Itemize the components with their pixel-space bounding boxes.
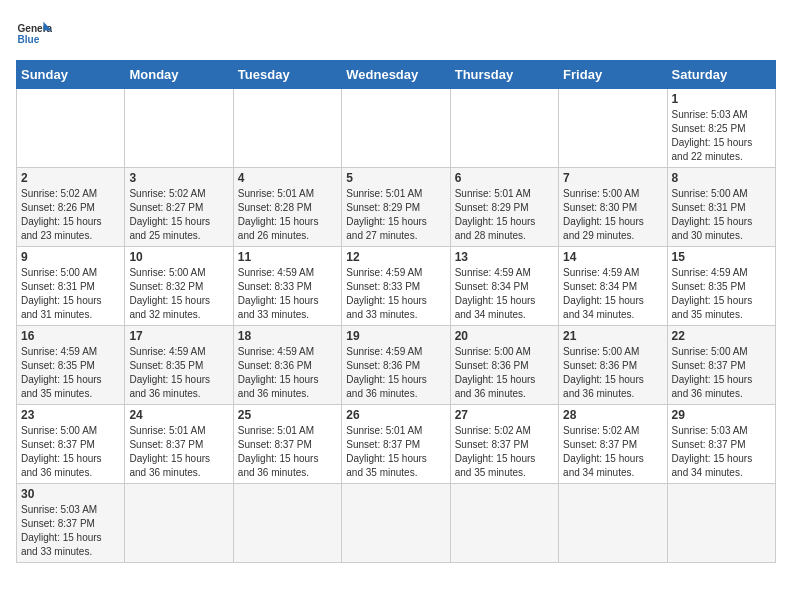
calendar-header-monday: Monday [125, 61, 233, 89]
calendar-cell: 26Sunrise: 5:01 AM Sunset: 8:37 PM Dayli… [342, 405, 450, 484]
calendar-header-sunday: Sunday [17, 61, 125, 89]
day-info: Sunrise: 5:00 AM Sunset: 8:32 PM Dayligh… [129, 266, 228, 322]
day-number: 12 [346, 250, 445, 264]
day-number: 9 [21, 250, 120, 264]
calendar-cell: 17Sunrise: 4:59 AM Sunset: 8:35 PM Dayli… [125, 326, 233, 405]
calendar-header-saturday: Saturday [667, 61, 775, 89]
calendar-header-wednesday: Wednesday [342, 61, 450, 89]
calendar-cell [17, 89, 125, 168]
day-info: Sunrise: 5:02 AM Sunset: 8:27 PM Dayligh… [129, 187, 228, 243]
day-number: 11 [238, 250, 337, 264]
calendar-week-3: 16Sunrise: 4:59 AM Sunset: 8:35 PM Dayli… [17, 326, 776, 405]
calendar-cell: 7Sunrise: 5:00 AM Sunset: 8:30 PM Daylig… [559, 168, 667, 247]
day-info: Sunrise: 5:00 AM Sunset: 8:31 PM Dayligh… [21, 266, 120, 322]
calendar-cell: 24Sunrise: 5:01 AM Sunset: 8:37 PM Dayli… [125, 405, 233, 484]
day-number: 16 [21, 329, 120, 343]
day-number: 22 [672, 329, 771, 343]
calendar-cell: 16Sunrise: 4:59 AM Sunset: 8:35 PM Dayli… [17, 326, 125, 405]
day-info: Sunrise: 4:59 AM Sunset: 8:35 PM Dayligh… [672, 266, 771, 322]
calendar-week-5: 30Sunrise: 5:03 AM Sunset: 8:37 PM Dayli… [17, 484, 776, 563]
calendar-cell: 3Sunrise: 5:02 AM Sunset: 8:27 PM Daylig… [125, 168, 233, 247]
calendar-cell: 29Sunrise: 5:03 AM Sunset: 8:37 PM Dayli… [667, 405, 775, 484]
calendar-cell: 18Sunrise: 4:59 AM Sunset: 8:36 PM Dayli… [233, 326, 341, 405]
day-info: Sunrise: 5:02 AM Sunset: 8:37 PM Dayligh… [563, 424, 662, 480]
calendar-cell: 1Sunrise: 5:03 AM Sunset: 8:25 PM Daylig… [667, 89, 775, 168]
day-info: Sunrise: 4:59 AM Sunset: 8:35 PM Dayligh… [129, 345, 228, 401]
day-info: Sunrise: 5:00 AM Sunset: 8:30 PM Dayligh… [563, 187, 662, 243]
day-number: 3 [129, 171, 228, 185]
day-number: 24 [129, 408, 228, 422]
calendar-cell [233, 89, 341, 168]
day-info: Sunrise: 4:59 AM Sunset: 8:33 PM Dayligh… [346, 266, 445, 322]
day-number: 29 [672, 408, 771, 422]
day-number: 26 [346, 408, 445, 422]
day-number: 2 [21, 171, 120, 185]
day-number: 1 [672, 92, 771, 106]
calendar-cell: 21Sunrise: 5:00 AM Sunset: 8:36 PM Dayli… [559, 326, 667, 405]
svg-text:Blue: Blue [17, 34, 39, 45]
calendar-cell [125, 484, 233, 563]
calendar-cell: 11Sunrise: 4:59 AM Sunset: 8:33 PM Dayli… [233, 247, 341, 326]
day-number: 27 [455, 408, 554, 422]
calendar-cell: 8Sunrise: 5:00 AM Sunset: 8:31 PM Daylig… [667, 168, 775, 247]
day-info: Sunrise: 5:01 AM Sunset: 8:29 PM Dayligh… [346, 187, 445, 243]
day-number: 30 [21, 487, 120, 501]
calendar-cell: 2Sunrise: 5:02 AM Sunset: 8:26 PM Daylig… [17, 168, 125, 247]
day-info: Sunrise: 5:00 AM Sunset: 8:37 PM Dayligh… [21, 424, 120, 480]
day-info: Sunrise: 4:59 AM Sunset: 8:36 PM Dayligh… [238, 345, 337, 401]
calendar-cell: 5Sunrise: 5:01 AM Sunset: 8:29 PM Daylig… [342, 168, 450, 247]
day-number: 28 [563, 408, 662, 422]
calendar-cell [233, 484, 341, 563]
calendar-cell: 28Sunrise: 5:02 AM Sunset: 8:37 PM Dayli… [559, 405, 667, 484]
calendar-cell [125, 89, 233, 168]
calendar-cell: 20Sunrise: 5:00 AM Sunset: 8:36 PM Dayli… [450, 326, 558, 405]
day-number: 13 [455, 250, 554, 264]
day-number: 4 [238, 171, 337, 185]
calendar-week-1: 2Sunrise: 5:02 AM Sunset: 8:26 PM Daylig… [17, 168, 776, 247]
calendar-cell: 12Sunrise: 4:59 AM Sunset: 8:33 PM Dayli… [342, 247, 450, 326]
logo: General Blue [16, 16, 52, 52]
day-info: Sunrise: 5:03 AM Sunset: 8:25 PM Dayligh… [672, 108, 771, 164]
calendar-cell: 4Sunrise: 5:01 AM Sunset: 8:28 PM Daylig… [233, 168, 341, 247]
calendar-cell [559, 484, 667, 563]
day-info: Sunrise: 5:01 AM Sunset: 8:37 PM Dayligh… [129, 424, 228, 480]
day-number: 5 [346, 171, 445, 185]
day-number: 20 [455, 329, 554, 343]
calendar-header-friday: Friday [559, 61, 667, 89]
day-info: Sunrise: 4:59 AM Sunset: 8:34 PM Dayligh… [563, 266, 662, 322]
calendar-cell: 22Sunrise: 5:00 AM Sunset: 8:37 PM Dayli… [667, 326, 775, 405]
day-info: Sunrise: 5:00 AM Sunset: 8:36 PM Dayligh… [563, 345, 662, 401]
day-info: Sunrise: 5:01 AM Sunset: 8:37 PM Dayligh… [346, 424, 445, 480]
day-number: 19 [346, 329, 445, 343]
calendar-cell [342, 89, 450, 168]
calendar-header-thursday: Thursday [450, 61, 558, 89]
day-number: 10 [129, 250, 228, 264]
calendar-week-0: 1Sunrise: 5:03 AM Sunset: 8:25 PM Daylig… [17, 89, 776, 168]
calendar-week-2: 9Sunrise: 5:00 AM Sunset: 8:31 PM Daylig… [17, 247, 776, 326]
calendar-week-4: 23Sunrise: 5:00 AM Sunset: 8:37 PM Dayli… [17, 405, 776, 484]
day-info: Sunrise: 4:59 AM Sunset: 8:35 PM Dayligh… [21, 345, 120, 401]
logo-icon: General Blue [16, 16, 52, 52]
calendar-cell: 30Sunrise: 5:03 AM Sunset: 8:37 PM Dayli… [17, 484, 125, 563]
day-number: 23 [21, 408, 120, 422]
calendar-cell: 9Sunrise: 5:00 AM Sunset: 8:31 PM Daylig… [17, 247, 125, 326]
day-info: Sunrise: 5:01 AM Sunset: 8:29 PM Dayligh… [455, 187, 554, 243]
calendar-cell: 15Sunrise: 4:59 AM Sunset: 8:35 PM Dayli… [667, 247, 775, 326]
calendar-cell: 19Sunrise: 4:59 AM Sunset: 8:36 PM Dayli… [342, 326, 450, 405]
day-info: Sunrise: 5:02 AM Sunset: 8:37 PM Dayligh… [455, 424, 554, 480]
calendar-cell [450, 484, 558, 563]
calendar-cell [667, 484, 775, 563]
day-number: 21 [563, 329, 662, 343]
day-info: Sunrise: 4:59 AM Sunset: 8:36 PM Dayligh… [346, 345, 445, 401]
day-number: 18 [238, 329, 337, 343]
day-number: 14 [563, 250, 662, 264]
day-info: Sunrise: 4:59 AM Sunset: 8:33 PM Dayligh… [238, 266, 337, 322]
calendar-cell: 13Sunrise: 4:59 AM Sunset: 8:34 PM Dayli… [450, 247, 558, 326]
day-number: 8 [672, 171, 771, 185]
calendar-cell: 27Sunrise: 5:02 AM Sunset: 8:37 PM Dayli… [450, 405, 558, 484]
day-info: Sunrise: 5:00 AM Sunset: 8:37 PM Dayligh… [672, 345, 771, 401]
day-number: 6 [455, 171, 554, 185]
day-info: Sunrise: 5:03 AM Sunset: 8:37 PM Dayligh… [21, 503, 120, 559]
calendar-cell: 10Sunrise: 5:00 AM Sunset: 8:32 PM Dayli… [125, 247, 233, 326]
day-info: Sunrise: 5:00 AM Sunset: 8:36 PM Dayligh… [455, 345, 554, 401]
